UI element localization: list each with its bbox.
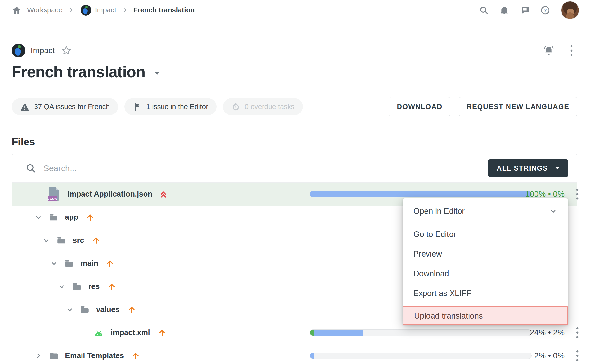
qa-issues-chip[interactable]: 37 QA issues for French (12, 98, 118, 115)
progress-percent: 2% • 0% (518, 351, 565, 360)
project-logo[interactable] (81, 5, 91, 16)
progress-percent: 100% • 0% (518, 190, 565, 199)
folder-open-icon (80, 304, 90, 315)
folder-icon (48, 351, 59, 361)
top-nav: Workspace Impact French translation (0, 0, 589, 20)
chevron-right-icon (121, 7, 128, 14)
title-dropdown-chevron-icon[interactable] (154, 72, 160, 75)
request-new-language-button[interactable]: REQUEST NEW LANGUAGE (459, 97, 577, 116)
row-label: Impact Application.json (68, 190, 153, 199)
home-icon (12, 5, 21, 15)
timer-icon (231, 102, 240, 111)
menu-item-open-in-editor[interactable]: Open in Editor (403, 198, 568, 224)
chip-label: 1 issue in the Editor (146, 103, 208, 111)
breadcrumb-workspace[interactable]: Workspace (27, 6, 63, 14)
row-label: values (96, 305, 120, 314)
menu-item-go-to-editor[interactable]: Go to Editor (403, 224, 568, 244)
row-label: app (65, 213, 78, 222)
chevron-down-icon (549, 207, 557, 215)
files-heading: Files (12, 136, 589, 148)
topbar-actions: ? (479, 1, 579, 19)
files-search-row: ALL STRINGS (12, 154, 577, 182)
flag-icon (133, 102, 142, 111)
project-logo (12, 44, 25, 57)
upload-arrow-icon (107, 282, 116, 291)
menu-item-preview[interactable]: Preview (403, 244, 568, 264)
chat-icon[interactable] (520, 5, 530, 15)
menu-item-upload-translations[interactable]: Upload translations (403, 306, 568, 325)
chip-label: 37 QA issues for French (34, 103, 110, 111)
upload-arrow-icon (157, 328, 167, 337)
search-icon (26, 163, 36, 173)
subscribe-bell-icon[interactable] (543, 45, 554, 56)
kebab-menu-icon[interactable] (576, 349, 579, 362)
upload-arrow-icon (105, 259, 115, 268)
row-label: res (88, 282, 100, 291)
upload-arrow-icon (131, 351, 140, 360)
menu-item-export-as-xliff[interactable]: Export as XLIFF (403, 283, 568, 303)
svg-text:?: ? (544, 7, 547, 13)
chevron-down-icon[interactable] (65, 305, 74, 314)
search-input[interactable] (44, 164, 488, 173)
upload-arrow-icon (91, 236, 101, 245)
upload-arrow-icon (127, 305, 136, 314)
breadcrumb-project[interactable]: Impact (95, 6, 116, 14)
editor-issues-chip[interactable]: 1 issue in the Editor (124, 98, 217, 115)
folder-open-icon (48, 212, 59, 222)
row-label: src (73, 236, 84, 245)
chevron-down-icon[interactable] (50, 259, 58, 268)
progress-percent: 24% • 2% (518, 328, 565, 337)
updated-double-chevron-up-icon (158, 189, 168, 199)
warning-icon (20, 102, 30, 112)
svg-text:JSON: JSON (47, 197, 57, 201)
search-icon[interactable] (479, 5, 489, 15)
tree-row-folder-email-templates[interactable]: Email Templates2% • 0% (12, 344, 577, 364)
folder-open-icon (56, 235, 66, 245)
json-file-icon: JSON (47, 186, 61, 202)
chevron-right-icon[interactable] (34, 352, 43, 360)
progress-bar (310, 329, 532, 336)
row-label: impact.xml (111, 328, 150, 337)
status-chips: 37 QA issues for French 1 issue in the E… (12, 98, 303, 115)
chevron-down-icon[interactable] (42, 236, 50, 244)
favorite-star-icon[interactable] (61, 45, 72, 56)
page-title: French translation (12, 62, 145, 82)
project-actions: DOWNLOAD REQUEST NEW LANGUAGE (389, 97, 577, 116)
project-kebab-menu-icon[interactable] (570, 45, 573, 56)
page: Workspace Impact French translation (0, 0, 589, 364)
overdue-tasks-chip: 0 overdue tasks (223, 98, 303, 115)
folder-open-icon (64, 258, 74, 269)
menu-items: Go to EditorPreviewDownloadExport as XLI… (403, 224, 568, 325)
menu-item-download[interactable]: Download (403, 264, 568, 283)
file-context-menu: Open in Editor Go to EditorPreviewDownlo… (403, 198, 568, 325)
breadcrumb-current-page: French translation (133, 6, 195, 14)
help-icon[interactable]: ? (540, 5, 550, 15)
project-name: Impact (31, 46, 55, 55)
project-header: Impact French translation (0, 44, 589, 116)
filter-button-label: ALL STRINGS (497, 164, 548, 172)
kebab-menu-icon[interactable] (576, 188, 579, 200)
chevron-down-icon[interactable] (58, 282, 66, 291)
progress-bar (310, 353, 532, 359)
chevron-down-icon (555, 167, 560, 169)
menu-header-label: Open in Editor (413, 207, 465, 216)
kebab-menu-icon[interactable] (576, 326, 579, 339)
row-label: Email Templates (65, 351, 124, 360)
chevron-down-icon[interactable] (34, 213, 43, 221)
home-button[interactable] (12, 5, 21, 15)
upload-arrow-icon (86, 213, 95, 222)
notifications-bell-icon[interactable] (499, 5, 509, 15)
progress-bar (310, 191, 532, 197)
user-avatar[interactable] (561, 1, 579, 19)
download-button[interactable]: DOWNLOAD (389, 97, 450, 116)
chevron-right-icon (67, 7, 75, 14)
row-label: main (81, 259, 98, 268)
all-strings-filter-button[interactable]: ALL STRINGS (488, 159, 568, 177)
chip-label: 0 overdue tasks (245, 103, 295, 111)
folder-open-icon (72, 281, 82, 292)
android-file-icon (93, 329, 104, 337)
